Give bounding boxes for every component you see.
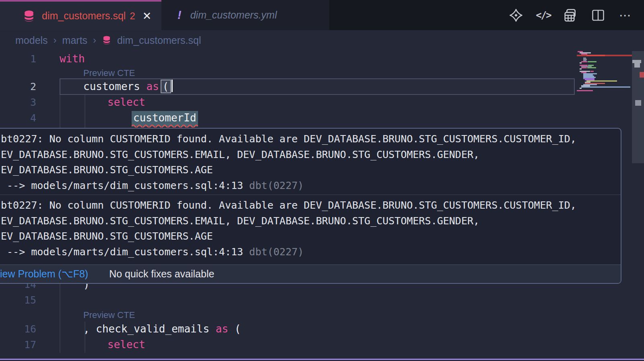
minimap-code-bar xyxy=(580,62,582,64)
cte-name: customers xyxy=(83,80,147,92)
dbt-icon[interactable] xyxy=(508,7,524,23)
diagnostic-text: EV_DATABASE.BRUNO.STG_CUSTOMERS.AGE xyxy=(1,229,621,244)
code-keyword: with xyxy=(60,51,85,67)
view-problem-link[interactable]: iew Problem (⌥F8) xyxy=(0,268,88,280)
minimap-code-bar xyxy=(581,61,587,62)
line-number: 3 xyxy=(0,94,36,110)
quick-fix-message: No quick fixes available xyxy=(109,268,214,280)
diagnostic-text: EV_DATABASE.BRUNO.STG_CUSTOMERS.AGE xyxy=(1,162,621,178)
diagnostic-location: --> models/marts/dim_customers.sql:4:13 … xyxy=(1,178,621,194)
breadcrumb-marts[interactable]: marts xyxy=(62,35,88,46)
tab-dim-customers-yml[interactable]: ! dim_customers.yml xyxy=(161,0,329,30)
minimap-code-bar xyxy=(580,68,582,70)
editor-actions-toolbar: </> ⋯ xyxy=(508,0,634,30)
minimap-code-bar xyxy=(587,67,596,68)
line-number: 2 xyxy=(0,79,36,94)
diagnostic-source-code[interactable]: dbt(0227) xyxy=(249,180,303,191)
minimap-code-bar xyxy=(581,86,630,88)
code-keyword: select xyxy=(107,94,145,110)
minimap[interactable] xyxy=(577,50,632,95)
code-line-17[interactable]: 17 select xyxy=(0,337,578,353)
diagnostic-text: EV_DATABASE.BRUNO.STG_CUSTOMERS.EMAIL, D… xyxy=(1,213,621,229)
code-line-2[interactable]: 2 customers as( xyxy=(0,79,578,94)
overview-ruler-marker xyxy=(632,60,641,63)
overview-ruler-error-marker xyxy=(640,72,644,78)
tab-dim-customers-sql[interactable]: dim_customers.sql 2 ✕ xyxy=(0,0,161,30)
diagnostic-message-block: bt0227: No column CUSTOMERID found. Avai… xyxy=(0,129,621,195)
breadcrumb: models › marts › dim_customers.sql xyxy=(0,30,644,50)
minimap-code-bar xyxy=(586,55,605,56)
code-line-4[interactable]: 4 customerId xyxy=(0,110,578,126)
tab-bar: dim_customers.sql 2 ✕ ! dim_customers.ym… xyxy=(0,0,644,30)
warning-exclamation-icon: ! xyxy=(178,8,182,22)
overview-ruler-marker xyxy=(635,100,641,106)
code-line-1[interactable]: 1 with xyxy=(0,51,578,67)
minimap-code-bar xyxy=(590,71,594,72)
tab-label: dim_customers.sql xyxy=(42,10,126,22)
more-actions-icon[interactable]: ⋯ xyxy=(617,7,634,23)
diagnostic-text: EV_DATABASE.BRUNO.STG_CUSTOMERS.EMAIL, D… xyxy=(1,147,621,163)
code-line-3[interactable]: 3 select xyxy=(0,94,578,110)
line-number: 1 xyxy=(0,51,36,67)
chevron-right-icon: › xyxy=(93,35,96,46)
diagnostic-source-code[interactable]: dbt(0227) xyxy=(249,246,303,258)
error-squiggle xyxy=(132,124,198,127)
code-keyword: as xyxy=(147,80,159,92)
diagnostic-message-block: bt0227: No column CUSTOMERID found. Avai… xyxy=(0,195,621,261)
minimap-code-bar xyxy=(580,88,582,89)
code-line-16[interactable]: 16 , check_valid_emails as ( xyxy=(0,321,578,337)
code-keyword: select xyxy=(107,337,145,353)
minimap-code-bar xyxy=(577,90,593,91)
popup-status-bar: iew Problem (⌥F8) No quick fixes availab… xyxy=(0,265,621,283)
minimap-code-bar xyxy=(588,61,597,62)
editor-window: dim_customers.sql 2 ✕ ! dim_customers.ym… xyxy=(0,0,644,361)
minimap-code-bar xyxy=(586,80,617,82)
diagnostic-text: bt0227: No column CUSTOMERID found. Avai… xyxy=(1,131,621,147)
diagnostic-location: --> models/marts/dim_customers.sql:4:13 … xyxy=(1,244,621,260)
chevron-right-icon: › xyxy=(54,35,57,46)
overview-ruler-marker xyxy=(634,63,640,68)
tab-modified-badge: 2 xyxy=(130,10,135,22)
code-lens-preview-cte[interactable]: Preview CTE xyxy=(83,309,135,321)
code-text: customers as( xyxy=(83,79,173,94)
split-editor-icon[interactable] xyxy=(590,7,606,23)
database-icon xyxy=(23,10,35,23)
breadcrumb-file[interactable]: dim_customers.sql xyxy=(117,35,201,46)
line-number: 17 xyxy=(0,337,36,353)
query-results-icon[interactable] xyxy=(563,7,579,23)
matched-bracket: ( xyxy=(161,80,171,93)
code-text: , check_valid_emails as ( xyxy=(83,321,241,337)
diagnostic-text: bt0227: No column CUSTOMERID found. Avai… xyxy=(1,198,621,213)
line-number: 15 xyxy=(0,292,36,308)
tab-label: dim_customers.yml xyxy=(190,9,277,21)
line-number: 4 xyxy=(0,110,36,126)
database-icon xyxy=(102,35,111,45)
scrollbar-slider[interactable] xyxy=(632,51,644,163)
breadcrumb-models[interactable]: models xyxy=(15,35,48,46)
code-text: customerId xyxy=(132,110,198,126)
compile-code-icon[interactable]: </> xyxy=(535,7,551,23)
code-lens-preview-cte[interactable]: Preview CTE xyxy=(83,67,135,79)
text-cursor xyxy=(171,80,173,92)
minimap-code-bar xyxy=(581,67,587,68)
close-icon[interactable]: ✕ xyxy=(142,10,152,23)
diagnostic-hover-popup: bt0227: No column CUSTOMERID found. Avai… xyxy=(0,128,621,284)
line-number: 16 xyxy=(0,321,36,337)
code-line-15[interactable]: 15 xyxy=(0,292,578,308)
error-word-customerid[interactable]: customerId xyxy=(132,111,198,127)
